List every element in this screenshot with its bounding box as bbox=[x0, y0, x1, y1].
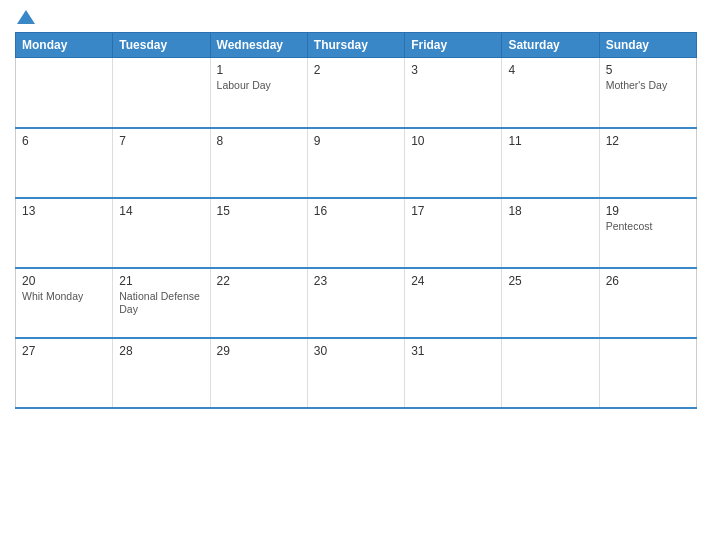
day-number: 4 bbox=[508, 63, 592, 77]
calendar-table: MondayTuesdayWednesdayThursdayFridaySatu… bbox=[15, 32, 697, 409]
day-number: 17 bbox=[411, 204, 495, 218]
calendar-cell bbox=[502, 338, 599, 408]
day-number: 9 bbox=[314, 134, 398, 148]
calendar-cell: 8 bbox=[210, 128, 307, 198]
logo bbox=[15, 10, 35, 24]
day-number: 18 bbox=[508, 204, 592, 218]
day-number: 24 bbox=[411, 274, 495, 288]
calendar-cell: 13 bbox=[16, 198, 113, 268]
calendar-cell: 18 bbox=[502, 198, 599, 268]
calendar-week-row: 6789101112 bbox=[16, 128, 697, 198]
day-number: 22 bbox=[217, 274, 301, 288]
day-number: 12 bbox=[606, 134, 690, 148]
day-number: 16 bbox=[314, 204, 398, 218]
day-number: 27 bbox=[22, 344, 106, 358]
calendar-cell: 3 bbox=[405, 58, 502, 128]
svg-marker-0 bbox=[17, 10, 35, 24]
calendar-cell: 22 bbox=[210, 268, 307, 338]
calendar-cell: 25 bbox=[502, 268, 599, 338]
day-number: 1 bbox=[217, 63, 301, 77]
holiday-label: Whit Monday bbox=[22, 290, 106, 304]
calendar-cell: 11 bbox=[502, 128, 599, 198]
day-number: 14 bbox=[119, 204, 203, 218]
day-number: 29 bbox=[217, 344, 301, 358]
calendar-week-row: 13141516171819Pentecost bbox=[16, 198, 697, 268]
calendar-cell: 15 bbox=[210, 198, 307, 268]
day-header-friday: Friday bbox=[405, 33, 502, 58]
day-number: 3 bbox=[411, 63, 495, 77]
calendar-cell: 14 bbox=[113, 198, 210, 268]
day-number: 6 bbox=[22, 134, 106, 148]
day-number: 30 bbox=[314, 344, 398, 358]
holiday-label: Mother's Day bbox=[606, 79, 690, 93]
calendar-cell: 29 bbox=[210, 338, 307, 408]
holiday-label: Labour Day bbox=[217, 79, 301, 93]
day-header-thursday: Thursday bbox=[307, 33, 404, 58]
day-header-saturday: Saturday bbox=[502, 33, 599, 58]
day-number: 26 bbox=[606, 274, 690, 288]
day-header-sunday: Sunday bbox=[599, 33, 696, 58]
calendar-cell bbox=[599, 338, 696, 408]
calendar-week-row: 1Labour Day2345Mother's Day bbox=[16, 58, 697, 128]
calendar-cell: 20Whit Monday bbox=[16, 268, 113, 338]
day-number: 5 bbox=[606, 63, 690, 77]
logo-flag-icon bbox=[17, 10, 35, 24]
day-number: 25 bbox=[508, 274, 592, 288]
day-number: 31 bbox=[411, 344, 495, 358]
calendar-cell: 2 bbox=[307, 58, 404, 128]
day-number: 21 bbox=[119, 274, 203, 288]
calendar-cell: 27 bbox=[16, 338, 113, 408]
calendar-cell: 28 bbox=[113, 338, 210, 408]
holiday-label: National Defense Day bbox=[119, 290, 203, 317]
calendar-cell: 19Pentecost bbox=[599, 198, 696, 268]
calendar-header-row: MondayTuesdayWednesdayThursdayFridaySatu… bbox=[16, 33, 697, 58]
calendar-cell: 16 bbox=[307, 198, 404, 268]
calendar-cell: 31 bbox=[405, 338, 502, 408]
day-number: 28 bbox=[119, 344, 203, 358]
calendar-week-row: 2728293031 bbox=[16, 338, 697, 408]
calendar-cell: 1Labour Day bbox=[210, 58, 307, 128]
calendar-cell: 7 bbox=[113, 128, 210, 198]
calendar-page: MondayTuesdayWednesdayThursdayFridaySatu… bbox=[0, 0, 712, 550]
day-number: 15 bbox=[217, 204, 301, 218]
day-number: 7 bbox=[119, 134, 203, 148]
calendar-cell: 17 bbox=[405, 198, 502, 268]
calendar-cell: 21National Defense Day bbox=[113, 268, 210, 338]
calendar-cell: 4 bbox=[502, 58, 599, 128]
day-header-tuesday: Tuesday bbox=[113, 33, 210, 58]
calendar-cell: 24 bbox=[405, 268, 502, 338]
calendar-week-row: 20Whit Monday21National Defense Day22232… bbox=[16, 268, 697, 338]
calendar-cell: 10 bbox=[405, 128, 502, 198]
calendar-cell: 23 bbox=[307, 268, 404, 338]
day-number: 8 bbox=[217, 134, 301, 148]
calendar-cell: 30 bbox=[307, 338, 404, 408]
day-number: 19 bbox=[606, 204, 690, 218]
calendar-cell bbox=[113, 58, 210, 128]
header bbox=[15, 10, 697, 24]
day-header-monday: Monday bbox=[16, 33, 113, 58]
day-number: 10 bbox=[411, 134, 495, 148]
calendar-cell bbox=[16, 58, 113, 128]
holiday-label: Pentecost bbox=[606, 220, 690, 234]
day-number: 2 bbox=[314, 63, 398, 77]
day-number: 20 bbox=[22, 274, 106, 288]
calendar-cell: 26 bbox=[599, 268, 696, 338]
calendar-cell: 5Mother's Day bbox=[599, 58, 696, 128]
day-header-wednesday: Wednesday bbox=[210, 33, 307, 58]
day-number: 23 bbox=[314, 274, 398, 288]
calendar-cell: 6 bbox=[16, 128, 113, 198]
day-number: 11 bbox=[508, 134, 592, 148]
calendar-cell: 12 bbox=[599, 128, 696, 198]
calendar-cell: 9 bbox=[307, 128, 404, 198]
day-number: 13 bbox=[22, 204, 106, 218]
